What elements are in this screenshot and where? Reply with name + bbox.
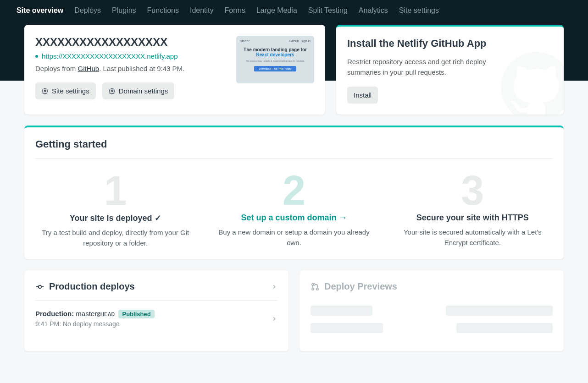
svg-point-0 bbox=[44, 90, 46, 92]
skeleton-placeholder bbox=[311, 323, 383, 333]
step-desc: Your site is secured automatically with … bbox=[393, 227, 553, 248]
svg-point-2 bbox=[39, 285, 42, 288]
skeleton-row bbox=[311, 323, 553, 333]
svg-point-6 bbox=[312, 288, 314, 290]
step-number: 3 bbox=[393, 170, 553, 211]
domain-settings-button[interactable]: Domain settings bbox=[102, 82, 175, 99]
nav-functions[interactable]: Functions bbox=[147, 6, 179, 18]
production-deploys-card: Production deploys Production: master@HE… bbox=[24, 270, 288, 351]
production-deploys-title[interactable]: Production deploys bbox=[35, 281, 135, 292]
step-number: 1 bbox=[35, 170, 195, 211]
nav-forms[interactable]: Forms bbox=[225, 6, 245, 18]
pull-request-icon bbox=[311, 282, 320, 291]
nav-analytics[interactable]: Analytics bbox=[359, 6, 388, 18]
nav-site-settings[interactable]: Site settings bbox=[399, 6, 439, 18]
install-github-app-button[interactable]: Install bbox=[347, 87, 378, 104]
status-badge: Published bbox=[118, 310, 154, 318]
nav-large-media[interactable]: Large Media bbox=[256, 6, 297, 18]
step-number: 2 bbox=[214, 170, 374, 211]
site-summary-card: XXXXXXXXXXXXXXXXXX https://XXXXXXXXXXXXX… bbox=[24, 25, 325, 115]
status-dot-icon bbox=[35, 55, 38, 58]
github-app-title: Install the Netlify GitHub App bbox=[347, 38, 553, 49]
skeleton-row bbox=[311, 306, 553, 316]
step-desc: Try a test build and deploy, directly fr… bbox=[35, 228, 195, 248]
deploy-meta: 9:41 PM: No deploy message bbox=[35, 320, 155, 328]
nav-split-testing[interactable]: Split Testing bbox=[308, 6, 348, 18]
nav-deploys[interactable]: Deploys bbox=[74, 6, 101, 18]
deploy-previews-title: Deploy Previews bbox=[311, 281, 397, 292]
step-https: 3 Secure your site with HTTPS Your site … bbox=[393, 170, 553, 248]
deploy-row[interactable]: Production: master@HEAD Published 9:41 P… bbox=[35, 310, 277, 328]
site-preview-thumbnail[interactable]: Starter Github Sign in The modern landin… bbox=[236, 36, 314, 83]
github-app-card: Install the Netlify GitHub App Restrict … bbox=[336, 25, 564, 115]
chevron-right-icon bbox=[271, 316, 277, 322]
skeleton-placeholder bbox=[311, 306, 372, 316]
github-app-desc: Restrict repository access and get rich … bbox=[347, 57, 512, 77]
site-name: XXXXXXXXXXXXXXXXXX bbox=[35, 36, 184, 49]
check-icon: ✓ bbox=[155, 213, 161, 223]
getting-started-card: Getting started 1 Your site is deployed … bbox=[24, 126, 564, 259]
nav-plugins[interactable]: Plugins bbox=[112, 6, 136, 18]
step-custom-domain[interactable]: 2 Set up a custom domain → Buy a new dom… bbox=[214, 170, 374, 248]
step-deployed: 1 Your site is deployed ✓ Try a test bui… bbox=[35, 170, 195, 248]
skeleton-placeholder bbox=[456, 323, 553, 333]
nav-site-overview[interactable]: Site overview bbox=[17, 6, 63, 18]
gear-icon bbox=[109, 88, 115, 94]
site-nav: Site overview Deploys Plugins Functions … bbox=[6, 0, 582, 18]
skeleton-placeholder bbox=[446, 306, 553, 316]
site-settings-button[interactable]: Site settings bbox=[35, 82, 96, 99]
chevron-right-icon[interactable] bbox=[271, 284, 277, 290]
svg-point-5 bbox=[312, 283, 314, 285]
site-url-text: https://XXXXXXXXXXXXXXXXXX.netlify.app bbox=[42, 52, 178, 60]
deploy-previews-card: Deploy Previews bbox=[300, 270, 564, 351]
site-url-link[interactable]: https://XXXXXXXXXXXXXXXXXX.netlify.app bbox=[35, 52, 184, 60]
deploy-source-link[interactable]: GitHub bbox=[78, 65, 100, 72]
github-icon bbox=[499, 50, 564, 115]
step-desc: Buy a new domain or setup a domain you a… bbox=[214, 227, 374, 248]
step-title: Your site is deployed ✓ bbox=[35, 213, 195, 223]
step-title-link[interactable]: Set up a custom domain → bbox=[214, 213, 374, 223]
svg-point-7 bbox=[316, 288, 318, 290]
gear-icon bbox=[42, 88, 48, 94]
commit-icon bbox=[35, 282, 44, 291]
deploy-source-text: Deploys from GitHub. Last published at 9… bbox=[35, 65, 184, 72]
step-title: Secure your site with HTTPS bbox=[393, 213, 553, 223]
nav-identity[interactable]: Identity bbox=[190, 6, 214, 18]
getting-started-title: Getting started bbox=[35, 138, 553, 159]
svg-point-1 bbox=[111, 90, 113, 92]
